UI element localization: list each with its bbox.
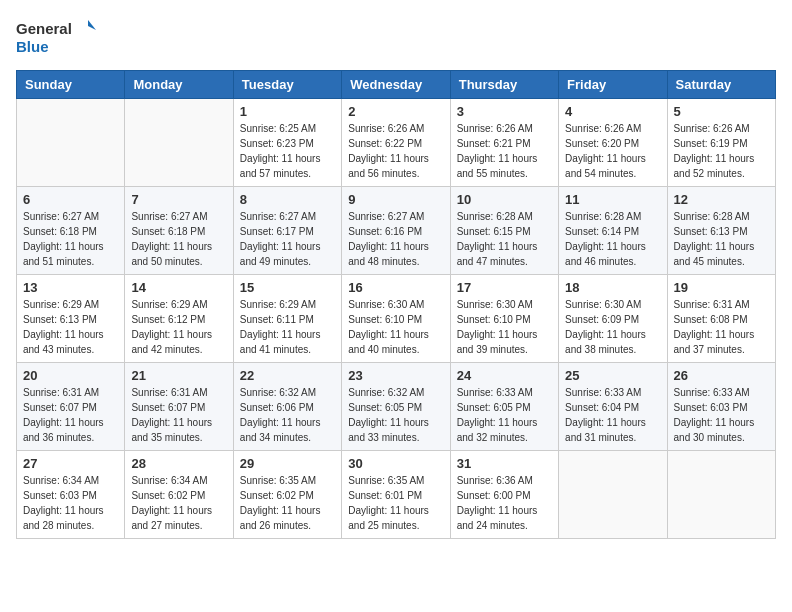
calendar-week-3: 13Sunrise: 6:29 AMSunset: 6:13 PMDayligh… xyxy=(17,275,776,363)
day-number: 13 xyxy=(23,280,118,295)
calendar-cell: 23Sunrise: 6:32 AMSunset: 6:05 PMDayligh… xyxy=(342,363,450,451)
calendar-header-monday: Monday xyxy=(125,71,233,99)
day-number: 16 xyxy=(348,280,443,295)
calendar-cell: 26Sunrise: 6:33 AMSunset: 6:03 PMDayligh… xyxy=(667,363,775,451)
day-info: Sunrise: 6:29 AMSunset: 6:11 PMDaylight:… xyxy=(240,297,335,357)
calendar-cell: 29Sunrise: 6:35 AMSunset: 6:02 PMDayligh… xyxy=(233,451,341,539)
calendar-header-tuesday: Tuesday xyxy=(233,71,341,99)
day-number: 24 xyxy=(457,368,552,383)
calendar-cell: 25Sunrise: 6:33 AMSunset: 6:04 PMDayligh… xyxy=(559,363,667,451)
day-number: 26 xyxy=(674,368,769,383)
day-info: Sunrise: 6:34 AMSunset: 6:02 PMDaylight:… xyxy=(131,473,226,533)
day-info: Sunrise: 6:27 AMSunset: 6:18 PMDaylight:… xyxy=(23,209,118,269)
day-info: Sunrise: 6:26 AMSunset: 6:19 PMDaylight:… xyxy=(674,121,769,181)
calendar-cell: 5Sunrise: 6:26 AMSunset: 6:19 PMDaylight… xyxy=(667,99,775,187)
calendar-cell: 4Sunrise: 6:26 AMSunset: 6:20 PMDaylight… xyxy=(559,99,667,187)
day-number: 6 xyxy=(23,192,118,207)
calendar-cell: 27Sunrise: 6:34 AMSunset: 6:03 PMDayligh… xyxy=(17,451,125,539)
calendar-cell: 15Sunrise: 6:29 AMSunset: 6:11 PMDayligh… xyxy=(233,275,341,363)
day-info: Sunrise: 6:33 AMSunset: 6:03 PMDaylight:… xyxy=(674,385,769,445)
day-number: 11 xyxy=(565,192,660,207)
calendar-week-2: 6Sunrise: 6:27 AMSunset: 6:18 PMDaylight… xyxy=(17,187,776,275)
day-number: 3 xyxy=(457,104,552,119)
day-info: Sunrise: 6:27 AMSunset: 6:17 PMDaylight:… xyxy=(240,209,335,269)
calendar-week-4: 20Sunrise: 6:31 AMSunset: 6:07 PMDayligh… xyxy=(17,363,776,451)
day-number: 31 xyxy=(457,456,552,471)
day-info: Sunrise: 6:28 AMSunset: 6:13 PMDaylight:… xyxy=(674,209,769,269)
day-number: 21 xyxy=(131,368,226,383)
day-info: Sunrise: 6:28 AMSunset: 6:14 PMDaylight:… xyxy=(565,209,660,269)
calendar-cell: 19Sunrise: 6:31 AMSunset: 6:08 PMDayligh… xyxy=(667,275,775,363)
day-info: Sunrise: 6:32 AMSunset: 6:06 PMDaylight:… xyxy=(240,385,335,445)
calendar-cell: 12Sunrise: 6:28 AMSunset: 6:13 PMDayligh… xyxy=(667,187,775,275)
page-header: General Blue xyxy=(16,16,776,58)
calendar-cell: 9Sunrise: 6:27 AMSunset: 6:16 PMDaylight… xyxy=(342,187,450,275)
day-number: 12 xyxy=(674,192,769,207)
day-info: Sunrise: 6:25 AMSunset: 6:23 PMDaylight:… xyxy=(240,121,335,181)
day-info: Sunrise: 6:29 AMSunset: 6:12 PMDaylight:… xyxy=(131,297,226,357)
calendar-week-1: 1Sunrise: 6:25 AMSunset: 6:23 PMDaylight… xyxy=(17,99,776,187)
day-info: Sunrise: 6:26 AMSunset: 6:22 PMDaylight:… xyxy=(348,121,443,181)
calendar-cell: 3Sunrise: 6:26 AMSunset: 6:21 PMDaylight… xyxy=(450,99,558,187)
day-number: 22 xyxy=(240,368,335,383)
day-info: Sunrise: 6:30 AMSunset: 6:10 PMDaylight:… xyxy=(457,297,552,357)
calendar-cell: 2Sunrise: 6:26 AMSunset: 6:22 PMDaylight… xyxy=(342,99,450,187)
day-info: Sunrise: 6:32 AMSunset: 6:05 PMDaylight:… xyxy=(348,385,443,445)
day-number: 9 xyxy=(348,192,443,207)
calendar-header-friday: Friday xyxy=(559,71,667,99)
day-number: 4 xyxy=(565,104,660,119)
calendar-cell: 21Sunrise: 6:31 AMSunset: 6:07 PMDayligh… xyxy=(125,363,233,451)
calendar-cell xyxy=(559,451,667,539)
calendar-cell: 14Sunrise: 6:29 AMSunset: 6:12 PMDayligh… xyxy=(125,275,233,363)
day-info: Sunrise: 6:33 AMSunset: 6:04 PMDaylight:… xyxy=(565,385,660,445)
calendar-cell: 20Sunrise: 6:31 AMSunset: 6:07 PMDayligh… xyxy=(17,363,125,451)
svg-marker-1 xyxy=(88,20,96,30)
calendar-cell: 31Sunrise: 6:36 AMSunset: 6:00 PMDayligh… xyxy=(450,451,558,539)
calendar-cell: 17Sunrise: 6:30 AMSunset: 6:10 PMDayligh… xyxy=(450,275,558,363)
day-info: Sunrise: 6:33 AMSunset: 6:05 PMDaylight:… xyxy=(457,385,552,445)
day-info: Sunrise: 6:35 AMSunset: 6:01 PMDaylight:… xyxy=(348,473,443,533)
day-info: Sunrise: 6:35 AMSunset: 6:02 PMDaylight:… xyxy=(240,473,335,533)
calendar-cell: 28Sunrise: 6:34 AMSunset: 6:02 PMDayligh… xyxy=(125,451,233,539)
calendar-header-wednesday: Wednesday xyxy=(342,71,450,99)
day-info: Sunrise: 6:31 AMSunset: 6:07 PMDaylight:… xyxy=(23,385,118,445)
calendar-header-saturday: Saturday xyxy=(667,71,775,99)
day-number: 27 xyxy=(23,456,118,471)
day-number: 2 xyxy=(348,104,443,119)
logo: General Blue xyxy=(16,16,96,58)
calendar-cell xyxy=(667,451,775,539)
day-number: 20 xyxy=(23,368,118,383)
day-number: 8 xyxy=(240,192,335,207)
calendar-cell: 1Sunrise: 6:25 AMSunset: 6:23 PMDaylight… xyxy=(233,99,341,187)
calendar-cell: 7Sunrise: 6:27 AMSunset: 6:18 PMDaylight… xyxy=(125,187,233,275)
calendar-cell xyxy=(17,99,125,187)
day-number: 28 xyxy=(131,456,226,471)
day-number: 5 xyxy=(674,104,769,119)
day-info: Sunrise: 6:31 AMSunset: 6:08 PMDaylight:… xyxy=(674,297,769,357)
day-number: 1 xyxy=(240,104,335,119)
calendar-cell: 16Sunrise: 6:30 AMSunset: 6:10 PMDayligh… xyxy=(342,275,450,363)
svg-text:General: General xyxy=(16,20,72,37)
day-number: 18 xyxy=(565,280,660,295)
day-number: 15 xyxy=(240,280,335,295)
day-info: Sunrise: 6:27 AMSunset: 6:16 PMDaylight:… xyxy=(348,209,443,269)
day-number: 10 xyxy=(457,192,552,207)
calendar-week-5: 27Sunrise: 6:34 AMSunset: 6:03 PMDayligh… xyxy=(17,451,776,539)
calendar-cell: 24Sunrise: 6:33 AMSunset: 6:05 PMDayligh… xyxy=(450,363,558,451)
day-info: Sunrise: 6:36 AMSunset: 6:00 PMDaylight:… xyxy=(457,473,552,533)
day-info: Sunrise: 6:26 AMSunset: 6:21 PMDaylight:… xyxy=(457,121,552,181)
calendar-cell: 13Sunrise: 6:29 AMSunset: 6:13 PMDayligh… xyxy=(17,275,125,363)
day-info: Sunrise: 6:30 AMSunset: 6:10 PMDaylight:… xyxy=(348,297,443,357)
calendar-cell: 18Sunrise: 6:30 AMSunset: 6:09 PMDayligh… xyxy=(559,275,667,363)
day-number: 29 xyxy=(240,456,335,471)
day-number: 25 xyxy=(565,368,660,383)
calendar-header-row: SundayMondayTuesdayWednesdayThursdayFrid… xyxy=(17,71,776,99)
day-number: 14 xyxy=(131,280,226,295)
calendar-cell: 8Sunrise: 6:27 AMSunset: 6:17 PMDaylight… xyxy=(233,187,341,275)
calendar-cell: 30Sunrise: 6:35 AMSunset: 6:01 PMDayligh… xyxy=(342,451,450,539)
day-number: 23 xyxy=(348,368,443,383)
day-number: 30 xyxy=(348,456,443,471)
calendar-cell: 6Sunrise: 6:27 AMSunset: 6:18 PMDaylight… xyxy=(17,187,125,275)
day-info: Sunrise: 6:28 AMSunset: 6:15 PMDaylight:… xyxy=(457,209,552,269)
day-number: 19 xyxy=(674,280,769,295)
